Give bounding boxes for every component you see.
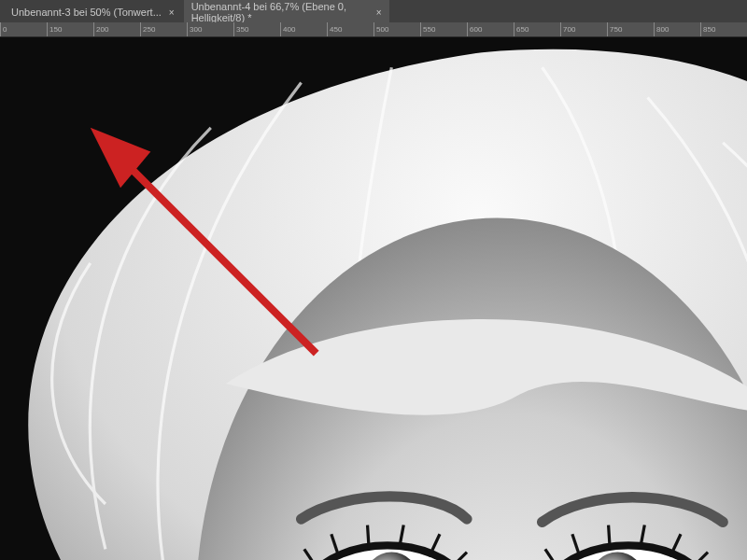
editor-main: Unbenannt-3 bei 50% (Tonwert... × Unbena…: [0, 0, 747, 560]
tab-label: Unbenannt-4 bei 66,7% (Ebene 0, Helligke…: [191, 1, 369, 23]
canvas-area[interactable]: [0, 37, 747, 560]
horizontal-ruler: 0150200250300350400450500550600650700750…: [0, 22, 747, 37]
close-icon[interactable]: ×: [376, 7, 382, 18]
svg-line-18: [609, 525, 611, 550]
tab-label: Unbenannt-3 bei 50% (Tonwert...: [11, 7, 162, 18]
svg-line-8: [368, 525, 370, 550]
tab-doc-1[interactable]: Unbenannt-3 bei 50% (Tonwert... ×: [4, 3, 182, 21]
canvas-image: [0, 37, 747, 560]
close-icon[interactable]: ×: [169, 7, 175, 18]
document-tabs: Unbenannt-3 bei 50% (Tonwert... × Unbena…: [0, 0, 747, 22]
